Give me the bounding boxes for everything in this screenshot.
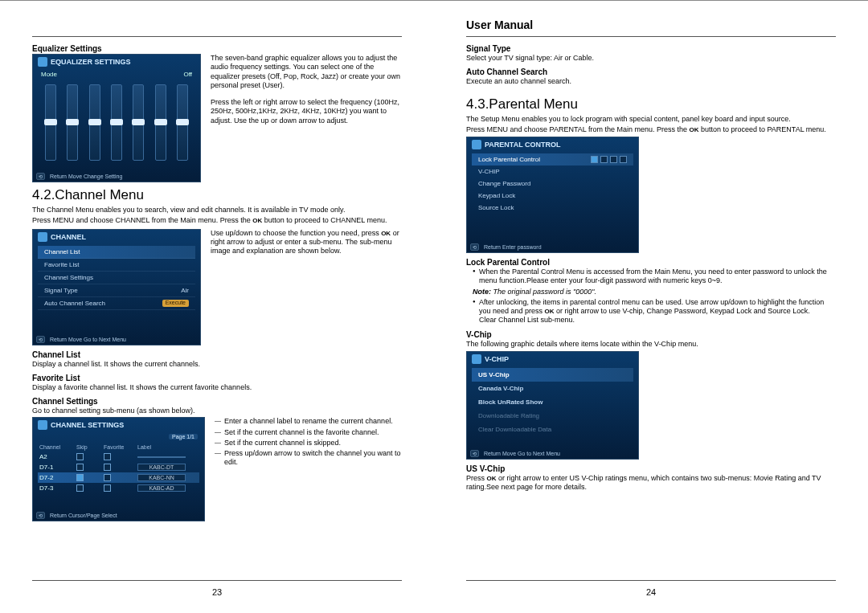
- page-number-23: 23: [0, 587, 434, 597]
- rule-bottom: [466, 29, 836, 581]
- rule-bottom: [32, 29, 402, 581]
- page-23: Equalizer Settings EQUALIZER SETTINGS Mo…: [0, 0, 434, 613]
- page-number-24: 24: [434, 587, 868, 597]
- page-24: User Manual Signal Type Select your TV s…: [434, 0, 868, 613]
